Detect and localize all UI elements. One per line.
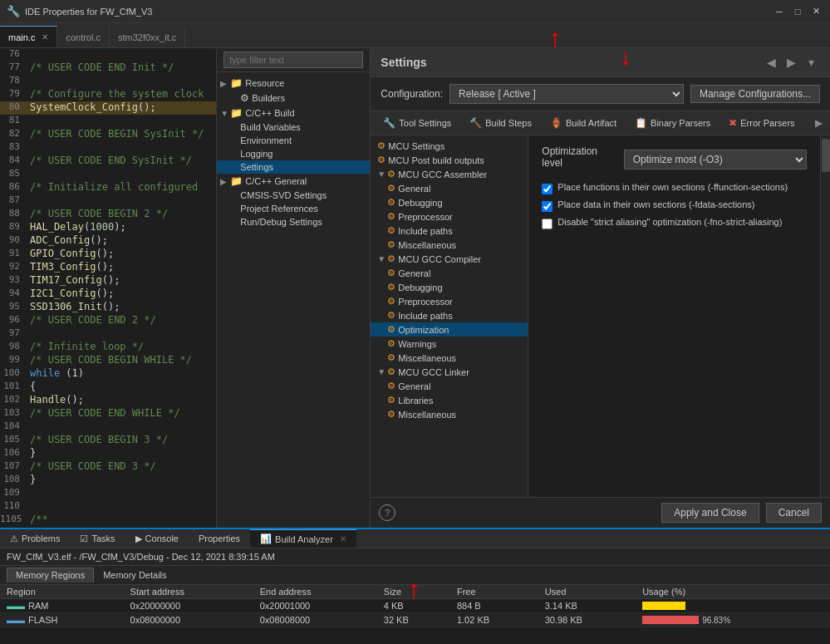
tool-asm-debugging[interactable]: ⚙Debugging [371, 195, 528, 209]
code-line: 77/* USER CODE END Init */ [0, 61, 216, 75]
minimize-button[interactable]: ─ [772, 4, 787, 19]
tree-run-debug[interactable]: Run/Debug Settings [217, 215, 370, 229]
cancel-button[interactable]: Cancel [766, 503, 822, 523]
memory-table: Region Start address End address Size Fr… [0, 585, 830, 627]
opt-level-select[interactable]: Optimize most (-O3) None (-O0) Optimize … [624, 150, 807, 170]
flash-size: 32 KB [377, 613, 450, 627]
tree-project-refs[interactable]: Project References [217, 202, 370, 215]
config-select[interactable]: Release [ Active ] [449, 84, 684, 104]
tab-binary-parsers[interactable]: 📋 Binary Parsers [626, 111, 719, 135]
nav-back-button[interactable]: ◀ [762, 53, 780, 71]
tool-asm-general[interactable]: ⚙General [371, 181, 528, 195]
tab-error-parsers[interactable]: ✖ Error Parsers [719, 111, 803, 135]
nav-menu-button[interactable]: ▾ [802, 53, 820, 71]
code-line: 89HAL_Delay(1000); [0, 221, 216, 234]
tool-gcc-misc[interactable]: ⚙Miscellaneous [371, 351, 528, 365]
tree-resource[interactable]: ▶📁Resource [217, 76, 370, 91]
tab-problems[interactable]: ⚠ Problems [0, 529, 70, 548]
col-start: Start address [124, 585, 253, 599]
tab-build-analyzer[interactable]: 📊 Build Analyzer ✕ [250, 529, 356, 548]
tree-logging[interactable]: Logging [217, 147, 370, 160]
close-button[interactable]: ✕ [808, 4, 823, 19]
checkbox-ffunction-sections-input[interactable] [542, 184, 553, 194]
ram-end: 0x20001000 [253, 599, 377, 613]
code-line: 95SSD1306_Init(); [0, 301, 216, 314]
tool-mcu-settings[interactable]: ⚙MCU Settings [371, 139, 528, 153]
code-line: 94I2C1_Config(); [0, 288, 216, 301]
flash-start: 0x08000000 [124, 613, 253, 627]
code-line: 110 [0, 500, 216, 514]
checkbox-fno-strict-aliasing-input[interactable] [542, 219, 553, 229]
tree-cmsis[interactable]: CMSIS-SVD Settings [217, 189, 370, 202]
flash-icon: ▬▬ [7, 615, 25, 625]
window-controls: ─ □ ✕ [772, 4, 823, 19]
code-line: 99/* USER CODE BEGIN WHILE */ [0, 354, 216, 367]
code-line: 90ADC_Config(); [0, 234, 216, 248]
code-line: 96/* USER CODE END 2 */ [0, 314, 216, 327]
tool-gcc-include-paths[interactable]: ⚙Include paths [371, 308, 528, 322]
tab-build-steps[interactable]: 🔨 Build Steps [460, 111, 541, 135]
settings-title: Settings [381, 56, 762, 69]
code-line: 80SystemClock_Config(); [0, 101, 216, 115]
manage-configurations-button[interactable]: Manage Configurations... [690, 85, 820, 103]
vertical-scrollbar[interactable] [820, 135, 830, 497]
filter-input[interactable] [223, 52, 363, 68]
tree-build-vars[interactable]: Build Variables [217, 120, 370, 134]
tree-environment[interactable]: Environment [217, 134, 370, 147]
tool-gcc-preprocessor[interactable]: ⚙Preprocessor [371, 294, 528, 308]
tool-gcc-optimization[interactable]: ⚙Optimization [371, 322, 528, 337]
tree-builders[interactable]: ⚙Builders [217, 91, 370, 106]
tree-cpp-general[interactable]: ▶📁C/C++ General [217, 174, 370, 189]
tab-build-analyzer-close[interactable]: ✕ [340, 534, 346, 543]
tool-asm-include-paths[interactable]: ⚙Include paths [371, 224, 528, 238]
maximize-button[interactable]: □ [790, 4, 805, 19]
tool-asm-misc[interactable]: ⚙Miscellaneous [371, 238, 528, 252]
tool-gcc-warnings[interactable]: ⚙Warnings [371, 337, 528, 351]
tool-linker-misc[interactable]: ⚙Miscellaneous [371, 407, 528, 421]
tab-main-c[interactable]: main.c ✕ [0, 26, 57, 47]
tool-mcu-gcc-linker[interactable]: ▼⚙MCU GCC Linker [371, 365, 528, 379]
tool-gcc-debugging[interactable]: ⚙Debugging [371, 280, 528, 294]
nav-tree: ▶📁Resource ⚙Builders ▼📁C/C++ Build Build… [217, 72, 371, 528]
tool-mcu-post-build[interactable]: ⚙MCU Post build outputs [371, 153, 528, 167]
tree-settings[interactable]: Settings [217, 160, 370, 174]
editor-tab-bar: main.c ✕ control.c stm32f0xx_it.c [0, 23, 830, 48]
tab-tasks[interactable]: ☑ Tasks [70, 529, 125, 548]
tab-console[interactable]: ▶ Console [125, 529, 189, 548]
tab-nav-button[interactable]: ▶ [810, 115, 827, 131]
code-line: 97 [0, 327, 216, 341]
tab-main-c-close[interactable]: ✕ [42, 32, 48, 42]
memory-details-tab[interactable]: Memory Details [94, 568, 175, 583]
region-flash: ▬▬FLASH [0, 613, 124, 627]
tab-properties[interactable]: Properties [189, 529, 250, 548]
tool-mcu-gcc-compiler[interactable]: ▼⚙MCU GCC Compiler [371, 252, 528, 266]
col-size: Size [377, 585, 450, 599]
code-line: 105 /* USER CODE BEGIN 3 */ [0, 434, 216, 447]
code-editor: 76 77/* USER CODE END Init */ 78 79/* Co… [0, 48, 217, 528]
tab-tool-settings[interactable]: 🔧 Tool Settings [374, 111, 460, 135]
code-line: 1105/** [0, 514, 216, 527]
tool-linker-libraries[interactable]: ⚙Libraries [371, 393, 528, 407]
checkbox-fdata-sections-input[interactable] [542, 201, 553, 212]
code-line: 84/* USER CODE END SysInit */ [0, 155, 216, 168]
tab-control-c[interactable]: control.c [57, 26, 110, 47]
title-bar: 🔧 IDE Properties for FW_CfM_V3 ─ □ ✕ [0, 0, 830, 23]
flash-usage-bar [642, 616, 699, 624]
code-line: 87 [0, 194, 216, 208]
ram-usage-bar-container [642, 602, 823, 610]
flash-used: 30.98 KB [538, 613, 636, 627]
table-row: ▬▬FLASH 0x08000000 0x08008000 32 KB 1.02… [0, 613, 830, 627]
nav-forward-button[interactable]: ▶ [782, 53, 800, 71]
tool-mcu-gcc-assembler[interactable]: ▼⚙MCU GCC Assembler [371, 167, 528, 181]
tool-linker-general[interactable]: ⚙General [371, 379, 528, 393]
tab-stm32-c[interactable]: stm32f0xx_it.c [110, 26, 185, 47]
tree-cpp-build[interactable]: ▼📁C/C++ Build [217, 106, 370, 120]
apply-close-button[interactable]: Apply and Close [661, 503, 759, 523]
tool-gcc-general[interactable]: ⚙General [371, 266, 528, 280]
help-button[interactable]: ? [379, 504, 395, 521]
code-line: 76 [0, 48, 216, 61]
tab-build-artifact[interactable]: 🏺 Build Artifact [541, 111, 626, 135]
table-header-row: Region Start address End address Size Fr… [0, 585, 830, 599]
memory-regions-tab[interactable]: Memory Regions [7, 568, 94, 583]
tool-asm-preprocessor[interactable]: ⚙Preprocessor [371, 209, 528, 224]
